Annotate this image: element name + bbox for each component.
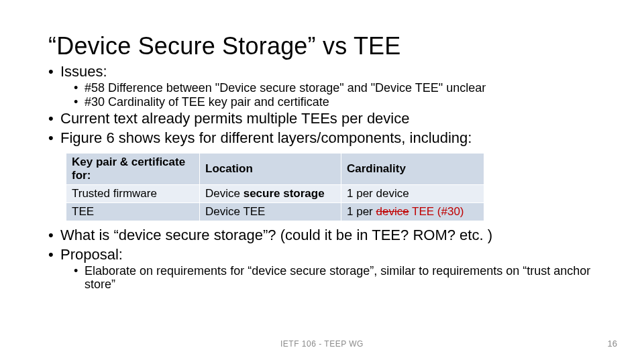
cell-r1c0: Trusted firmware (66, 185, 199, 202)
cell-r2c2-strike: device (376, 205, 409, 218)
footer-center: IETF 106 - TEEP WG (0, 339, 644, 349)
cell-r2c2-pre: 1 per (347, 205, 376, 218)
bullet-what-is: What is “device secure storage”? (could … (48, 227, 596, 245)
header-cardinality: Cardinality (341, 154, 484, 184)
cell-r2c1: Device TEE (200, 203, 341, 221)
bullet-issues: Issues: #58 Difference between "Device s… (48, 63, 596, 109)
cell-r2c2: 1 per device TEE (#30) (341, 203, 484, 221)
table-header-row: Key pair & certificate for: Location Car… (66, 154, 484, 184)
bullet-proposal: Proposal: Elaborate on requirements for … (48, 246, 596, 292)
proposal-sublist: Elaborate on requirements for “device se… (74, 264, 596, 292)
slide: “Device Secure Storage” vs TEE Issues: #… (0, 0, 644, 362)
cell-r2c2-ins: TEE (#30) (409, 205, 464, 218)
header-keypair: Key pair & certificate for: (66, 154, 199, 184)
bullet-list: Issues: #58 Difference between "Device s… (48, 63, 596, 147)
key-table: Key pair & certificate for: Location Car… (66, 153, 484, 221)
bullet-issues-label: Issues: (60, 63, 107, 80)
cell-r2c0: TEE (66, 203, 199, 221)
bullet-list-2: What is “device secure storage”? (could … (48, 227, 596, 292)
cell-r1c2: 1 per device (341, 185, 484, 202)
table-row: Trusted firmware Device secure storage 1… (66, 185, 484, 202)
proposal-1: Elaborate on requirements for “device se… (74, 264, 596, 292)
issues-sublist: #58 Difference between "Device secure st… (74, 81, 596, 109)
page-number: 16 (608, 339, 617, 349)
cell-r1c1-bold: secure storage (244, 187, 325, 200)
issue-58: #58 Difference between "Device secure st… (74, 81, 596, 95)
issue-30: #30 Cardinality of TEE key pair and cert… (74, 95, 596, 109)
key-table-wrap: Key pair & certificate for: Location Car… (66, 153, 596, 221)
table-row: TEE Device TEE 1 per device TEE (#30) (66, 203, 484, 221)
cell-r1c1-pre: Device (205, 187, 244, 200)
cell-r1c1: Device secure storage (200, 185, 341, 202)
slide-title: “Device Secure Storage” vs TEE (48, 32, 596, 60)
header-location: Location (200, 154, 341, 184)
bullet-figure6: Figure 6 shows keys for different layers… (48, 129, 596, 147)
bullet-current-text: Current text already permits multiple TE… (48, 110, 596, 128)
bullet-proposal-label: Proposal: (60, 246, 123, 263)
